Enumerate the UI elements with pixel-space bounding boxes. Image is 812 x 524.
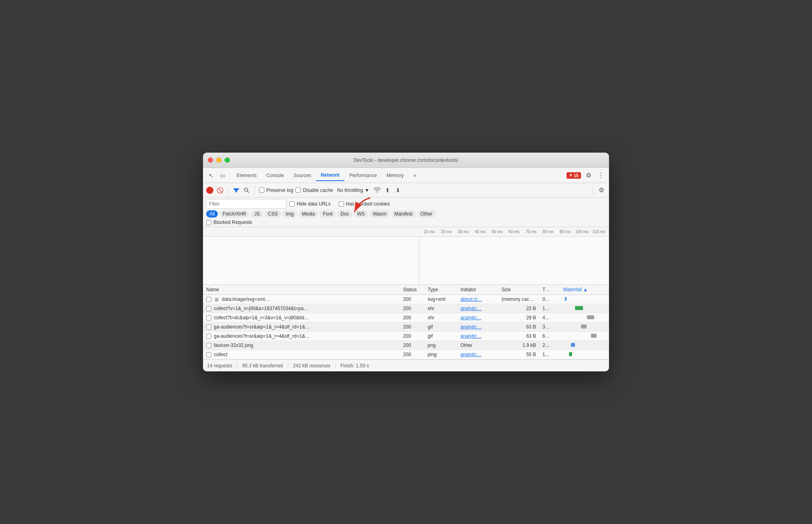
throttle-select[interactable]: No throttling ▼ xyxy=(336,187,371,194)
initiator-link-2[interactable]: analytic… xyxy=(460,315,482,320)
row-name-3: ga-audiences?t=sr&aip=1&_r=4&slf_rd=1&… xyxy=(214,324,310,330)
filter-tag-wasm[interactable]: Wasm xyxy=(370,210,390,218)
filter-tag-js[interactable]: JS xyxy=(251,210,263,218)
maximize-button[interactable] xyxy=(225,157,230,163)
filter-input[interactable] xyxy=(206,199,286,209)
cell-initiator-4: analytic… xyxy=(457,332,498,341)
table-row[interactable]: ga-audiences?t=sr&aip=1&_r=4&slf_rd=1&… … xyxy=(203,322,609,332)
tab-elements[interactable]: Elements xyxy=(232,170,261,181)
table-row[interactable]: collect?v=1&_v=j90&a=1837457034&t=pa… 20… xyxy=(203,304,609,313)
row-checkbox-6[interactable] xyxy=(206,352,211,357)
cell-initiator-2: analytic… xyxy=(457,313,498,322)
col-waterfall[interactable]: Waterfall ▲ xyxy=(560,285,609,295)
timeline-header: 10 ms 20 ms 30 ms 40 ms 50 ms 60 ms 70 m… xyxy=(203,227,609,237)
tab-network[interactable]: Network xyxy=(316,170,344,181)
has-blocked-cookies-label[interactable]: Has blocked cookies xyxy=(339,201,390,207)
tab-console[interactable]: Console xyxy=(261,170,289,181)
more-options-icon[interactable]: ⋮ xyxy=(596,170,606,181)
timeline-chart xyxy=(203,237,609,285)
error-badge[interactable]: ✕ 15 xyxy=(567,172,581,179)
has-blocked-cookies-checkbox[interactable] xyxy=(339,202,344,207)
tab-memory[interactable]: Memory xyxy=(382,170,408,181)
initiator-link-6[interactable]: analytic… xyxy=(460,352,482,357)
filter-tag-other[interactable]: Other xyxy=(417,210,436,218)
clear-button[interactable]: 🚫 xyxy=(216,186,224,194)
initiator-link-1[interactable]: analytic… xyxy=(460,306,482,311)
filter-tag-ws[interactable]: WS xyxy=(354,210,368,218)
row-checkbox-3[interactable] xyxy=(206,324,211,330)
row-checkbox-1[interactable] xyxy=(206,306,211,311)
cursor-icon[interactable]: ↖ xyxy=(206,171,216,180)
cell-name-6: collect xyxy=(203,350,400,359)
filter-tag-fetch-xhr[interactable]: Fetch/XHR xyxy=(219,210,249,218)
cell-size-0: (memory cache) xyxy=(498,295,539,304)
filter-icon[interactable] xyxy=(232,186,240,194)
blocked-requests-checkbox[interactable] xyxy=(206,220,211,225)
cell-initiator-3: analytic… xyxy=(457,322,498,332)
cell-name-0: ▦ data:image/svg+xml;… xyxy=(203,295,400,304)
tab-more[interactable]: » xyxy=(408,170,421,181)
initiator-link-4[interactable]: analytic… xyxy=(460,333,482,339)
export-icon[interactable]: ⬇ xyxy=(394,186,402,194)
filter-tag-css[interactable]: CSS xyxy=(265,210,281,218)
hide-data-urls-checkbox[interactable] xyxy=(289,202,295,207)
table-row[interactable]: favicon-32x32.png 200 png Other 1.9 kB 2… xyxy=(203,341,609,350)
col-time[interactable]: T… xyxy=(539,285,560,295)
filter-tag-font[interactable]: Font xyxy=(320,210,336,218)
toolbar-divider-1 xyxy=(228,186,228,194)
initiator-link-3[interactable]: analytic… xyxy=(460,324,482,330)
import-icon[interactable]: ⬆ xyxy=(384,186,392,194)
col-status[interactable]: Status xyxy=(400,285,424,295)
network-settings-icon[interactable]: ⚙ xyxy=(597,185,606,195)
tick-70ms: 70 ms xyxy=(523,230,539,234)
tab-sources[interactable]: Sources xyxy=(289,170,316,181)
cell-status-3: 200 xyxy=(400,322,424,332)
row-checkbox-0[interactable] xyxy=(206,297,211,302)
cell-waterfall-1 xyxy=(560,304,609,313)
tick-20ms: 20 ms xyxy=(438,230,454,234)
initiator-link-0[interactable]: about:cl… xyxy=(460,296,482,302)
device-icon[interactable]: ▭ xyxy=(217,171,227,180)
cell-initiator-5: Other xyxy=(457,341,498,350)
status-finish: Finish: 1.50 s xyxy=(336,363,374,369)
row-name-6: collect xyxy=(214,352,227,357)
minimize-button[interactable] xyxy=(216,157,221,163)
row-checkbox-4[interactable] xyxy=(206,334,211,339)
preserve-log-label[interactable]: Preserve log xyxy=(259,187,293,193)
col-type[interactable]: Type xyxy=(424,285,457,295)
table-row[interactable]: ga-audiences?t=sr&aip=1&_r=4&slf_rd=1&… … xyxy=(203,332,609,341)
table-row[interactable]: collect 200 ping analytic… 55 B 1… xyxy=(203,350,609,359)
disable-cache-checkbox[interactable] xyxy=(295,187,301,193)
hide-data-urls-text: Hide data URLs xyxy=(297,201,331,207)
row-checkbox-5[interactable] xyxy=(206,343,211,348)
cell-initiator-0: about:cl… xyxy=(457,295,498,304)
has-blocked-cookies-text: Has blocked cookies xyxy=(346,201,390,207)
preserve-log-checkbox[interactable] xyxy=(259,187,264,193)
filter-tag-img[interactable]: Img xyxy=(283,210,297,218)
tab-performance[interactable]: Performance xyxy=(344,170,382,181)
cell-time-1: 1… xyxy=(539,304,560,313)
record-button[interactable] xyxy=(206,187,213,194)
wifi-icon[interactable] xyxy=(373,186,381,194)
filter-tag-doc[interactable]: Doc xyxy=(337,210,352,218)
table-row[interactable]: collect?t=dc&aip=1&_r=3&v=1&_v=j90&tid… … xyxy=(203,313,609,322)
filter-tag-manifest[interactable]: Manifest xyxy=(391,210,416,218)
search-icon[interactable] xyxy=(243,186,251,194)
filter-tag-media[interactable]: Media xyxy=(299,210,318,218)
blocked-requests-text: Blocked Requests xyxy=(213,220,252,225)
col-name[interactable]: Name xyxy=(203,285,400,295)
cell-type-0: svg+xml xyxy=(424,295,457,304)
hide-data-urls-label[interactable]: Hide data URLs xyxy=(289,201,331,207)
settings-icon[interactable]: ⚙ xyxy=(584,170,593,181)
close-button[interactable] xyxy=(208,157,213,163)
table-row[interactable]: ▦ data:image/svg+xml;… 200 svg+xml about… xyxy=(203,295,609,304)
tick-40ms: 40 ms xyxy=(472,230,488,234)
row-checkbox-2[interactable] xyxy=(206,315,211,320)
devtools-window: DevTools - developer.chrome.com/docs/dev… xyxy=(203,153,609,371)
window-controls xyxy=(208,157,230,163)
error-count: 15 xyxy=(574,173,579,178)
disable-cache-label[interactable]: Disable cache xyxy=(295,187,333,193)
col-initiator[interactable]: Initiator xyxy=(457,285,498,295)
filter-tag-all[interactable]: All xyxy=(206,210,218,218)
col-size[interactable]: Size xyxy=(498,285,539,295)
